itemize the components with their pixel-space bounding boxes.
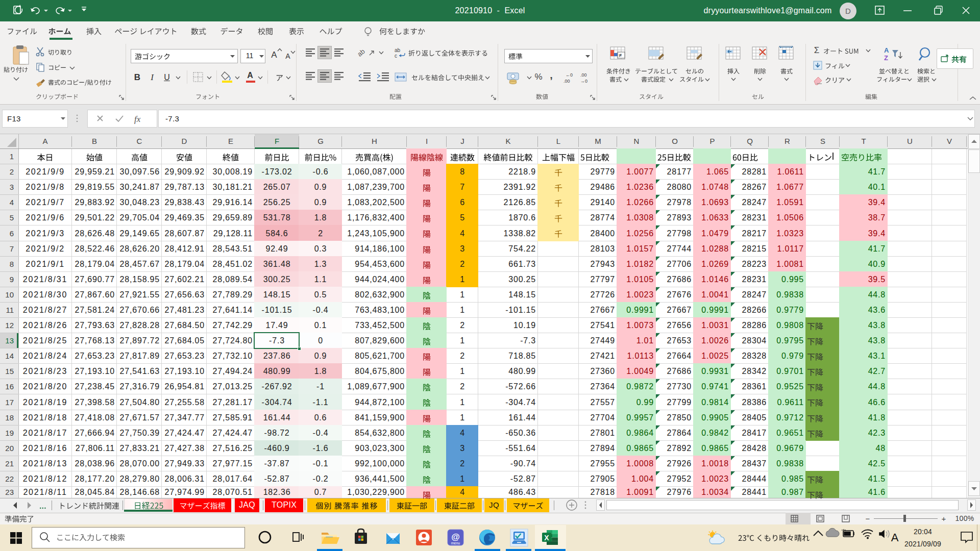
svg-text:A: A	[884, 46, 889, 54]
svg-text:c: c	[395, 53, 397, 59]
svg-text:←0: ←0	[566, 72, 573, 78]
svg-text:ab: ab	[357, 47, 366, 58]
svg-text:menu: menu	[451, 541, 460, 545]
svg-text:≠: ≠	[619, 52, 622, 58]
svg-text:.00: .00	[580, 72, 587, 78]
svg-text:→0: →0	[580, 79, 587, 84]
svg-text:Z: Z	[884, 54, 888, 62]
svg-text:@: @	[451, 532, 460, 542]
svg-text:ab: ab	[395, 47, 401, 53]
svg-text:.00: .00	[564, 79, 570, 84]
svg-text:X: X	[544, 534, 549, 542]
svg-text:fx: fx	[134, 114, 141, 124]
